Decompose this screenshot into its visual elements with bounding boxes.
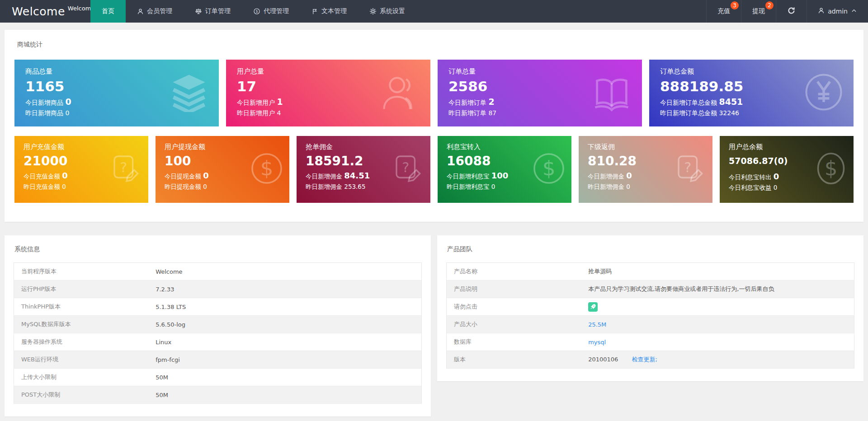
withdraw-label: 提现 [752, 7, 765, 15]
withdraw-badge: 2 [765, 1, 774, 9]
svg-text:$: $ [542, 156, 556, 180]
edit-doc-icon: ? [392, 152, 425, 187]
system-info-panel: 系统信息 当前程序版本Welcome 运行PHP版本7.2.33 ThinkPH… [5, 235, 431, 416]
table-row: WEB运行环境fpm-fcgi [14, 351, 422, 369]
layers-icon [169, 72, 209, 114]
scales-icon [195, 8, 202, 15]
chevron-up-icon [851, 8, 857, 15]
system-info-title: 系统信息 [14, 244, 422, 262]
admin-menu[interactable]: admin [807, 0, 868, 23]
nav-item-members[interactable]: 会员管理 [126, 0, 184, 23]
system-info-table: 当前程序版本Welcome 运行PHP版本7.2.33 ThinkPHP版本5.… [14, 262, 422, 404]
rocket-icon[interactable] [588, 302, 598, 312]
refresh-button[interactable] [776, 0, 807, 23]
stats-row-1: 商品总量 1165 今日新增商品 0 昨日新增商品 0 用户总量 17 今日新增… [14, 60, 854, 126]
product-team-table: 产品名称抢单源码 产品说明本产品只为学习测试交流,请勿要做商业或者用于违法行为,… [446, 262, 854, 369]
nav-item-settings[interactable]: 系统设置 [358, 0, 416, 23]
recharge-button[interactable]: 充值 3 [706, 0, 741, 23]
svg-text:$: $ [825, 156, 838, 180]
svg-text:$: $ [260, 156, 274, 180]
table-row: 请勿点击 [447, 298, 854, 316]
nav-item-text[interactable]: 文本管理 [300, 0, 358, 23]
product-team-title: 产品团队 [446, 244, 854, 262]
stats-panel-title: 商城统计 [14, 36, 854, 60]
recharge-badge: 3 [731, 1, 739, 9]
table-row: MySQL数据库版本5.6.50-log [14, 316, 422, 333]
dollar-circle-icon: $ [814, 151, 848, 187]
table-row: 产品说明本产品只为学习测试交流,请勿要做商业或者用于违法行为,一切后果自负 [447, 281, 854, 298]
nav-item-agents[interactable]: $ 代理管理 [242, 0, 300, 23]
stat-card-grab-commission: 抢单佣金 18591.2 今日新增佣金 84.51 昨日新增佣金 253.65 … [297, 136, 430, 203]
check-update-link[interactable]: 检查更新; [632, 356, 657, 363]
table-row: 版本 20100106 检查更新; [447, 351, 854, 369]
stat-card-total-balance: 用户总余额 57086.87(0) 今日利息宝转出 0 今日利息宝收益 0 $ [720, 136, 854, 203]
nav-item-label: 会员管理 [147, 7, 172, 15]
edit-doc-icon: ? [110, 152, 143, 187]
gear-icon [369, 8, 377, 15]
svg-text:?: ? [120, 159, 127, 175]
nav-item-label: 系统设置 [380, 7, 405, 15]
stat-card-order-amount: 订单总金额 888189.85 今日新增订单总金额 8451 昨日新增订单总金额… [649, 60, 854, 126]
user-icon [818, 7, 825, 15]
stat-card-sub-rebate: 下级返佣 810.28 今日新增佣金 0 昨日新增佣金 0 ? [579, 136, 712, 203]
admin-username: admin [828, 8, 848, 15]
recharge-label: 充值 [717, 7, 730, 15]
top-navbar: Welcome Welcome 首页 会员管理 订单管理 $ 代理管理 [0, 0, 868, 23]
svg-text:$: $ [255, 9, 258, 14]
product-team-panel: 产品团队 产品名称抢单源码 产品说明本产品只为学习测试交流,请勿要做商业或者用于… [437, 235, 863, 381]
table-row: ThinkPHP版本5.1.38 LTS [14, 298, 422, 316]
users-icon [379, 71, 420, 115]
nav-item-orders[interactable]: 订单管理 [184, 0, 242, 23]
bottom-panels: 系统信息 当前程序版本Welcome 运行PHP版本7.2.33 ThinkPH… [5, 235, 863, 416]
svg-text:?: ? [402, 159, 409, 175]
svg-text:?: ? [684, 159, 691, 175]
flag-icon [311, 8, 318, 15]
refresh-icon [787, 6, 796, 16]
table-row: 产品大小25.5M [447, 316, 854, 333]
stat-card-withdraw: 用户提现金额 100 今日提现金额 0 昨日提现金额 0 $ [156, 136, 289, 203]
nav-item-home[interactable]: 首页 [90, 0, 126, 23]
nav-item-label: 订单管理 [205, 7, 231, 15]
withdraw-button[interactable]: 提现 2 [741, 0, 776, 23]
edit-doc-icon: ? [675, 152, 707, 187]
logo-text: Welcome [12, 5, 65, 18]
nav-item-label: 代理管理 [264, 7, 289, 15]
table-row: 运行PHP版本7.2.33 [14, 281, 422, 298]
table-row: POST大小限制50M [14, 386, 422, 404]
table-row: 产品名称抢单源码 [447, 263, 854, 281]
stat-card-users: 用户总量 17 今日新增用户 1 昨日新增用户 4 [226, 60, 430, 126]
stat-card-orders: 订单总量 2586 今日新增订单 2 昨日新增订单 87 [438, 60, 642, 126]
stat-card-interest-in: 利息宝转入 16088 今日新增利息宝 100 昨日新增利息宝 0 $ [438, 136, 571, 203]
main-nav: 首页 会员管理 订单管理 $ 代理管理 文本管理 [90, 0, 416, 23]
table-row: 服务器操作系统Linux [14, 333, 422, 351]
nav-item-label: 文本管理 [321, 7, 347, 15]
navbar-right: 充值 3 提现 2 admin [706, 0, 868, 23]
book-icon [591, 72, 632, 114]
database-link[interactable]: mysql [588, 339, 606, 346]
app-logo: Welcome Welcome [0, 0, 90, 23]
stat-card-recharge: 用户充值金额 21000 今日充值金额 0 昨日充值金额 0 ? [14, 136, 148, 203]
yen-circle-icon [804, 72, 844, 114]
dollar-circle-icon: $ [253, 8, 260, 15]
table-row: 上传大小限制50M [14, 369, 422, 386]
dollar-circle-icon: $ [532, 151, 566, 187]
table-row: 当前程序版本Welcome [14, 263, 422, 281]
stat-card-products: 商品总量 1165 今日新增商品 0 昨日新增商品 0 [14, 60, 219, 126]
version-number: 20100106 [588, 356, 618, 363]
user-icon [137, 8, 144, 15]
product-size-link[interactable]: 25.5M [588, 321, 606, 328]
mall-stats-panel: 商城统计 商品总量 1165 今日新增商品 0 昨日新增商品 0 用户总量 17… [5, 30, 863, 222]
dollar-circle-icon: $ [250, 151, 284, 187]
nav-item-label: 首页 [102, 7, 114, 15]
stats-row-2: 用户充值金额 21000 今日充值金额 0 昨日充值金额 0 ? 用户提现金额 … [14, 136, 854, 203]
table-row: 数据库mysql [447, 333, 854, 351]
